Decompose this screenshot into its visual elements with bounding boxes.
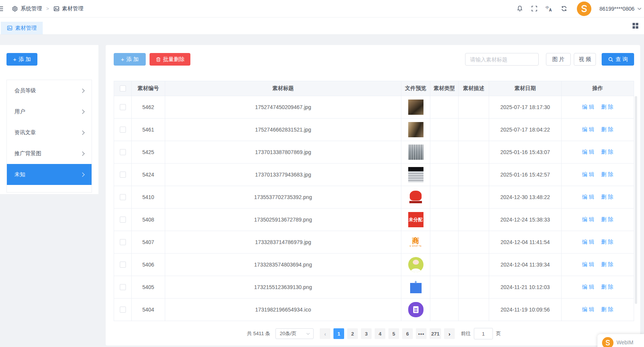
edit-link[interactable]: 编 辑 — [582, 171, 594, 178]
preview-thumbnail[interactable] — [408, 190, 423, 205]
row-checkbox[interactable] — [120, 284, 126, 290]
preview-thumbnail[interactable] — [408, 167, 423, 182]
delete-link[interactable]: 删 除 — [601, 216, 613, 223]
edit-link[interactable]: 编 辑 — [582, 126, 594, 133]
edit-link[interactable]: 编 辑 — [582, 284, 594, 291]
cell-checkbox — [114, 276, 132, 299]
delete-link[interactable]: 删 除 — [601, 149, 613, 156]
preview-thumbnail[interactable]: 未分配 — [408, 212, 423, 227]
row-checkbox[interactable] — [120, 194, 126, 200]
cell-material-title: 1752746662831521.jpg — [165, 119, 401, 141]
image-filter-button[interactable]: 图 片 — [546, 53, 571, 66]
sidebar-item-1[interactable]: 用户 — [7, 101, 92, 122]
edit-link[interactable]: 编 辑 — [582, 261, 594, 268]
image-filter-label: 图 片 — [552, 56, 565, 63]
user-menu[interactable]: 86199****0806 — [599, 6, 642, 12]
sidebar-collapse-icon[interactable] — [0, 5, 4, 13]
preview-thumbnail[interactable] — [408, 302, 423, 317]
fullscreen-icon[interactable] — [531, 5, 538, 12]
add-button[interactable]: + 添 加 — [114, 53, 146, 66]
breadcrumb-separator: > — [46, 6, 49, 11]
delete-link[interactable]: 删 除 — [601, 194, 613, 201]
row-checkbox[interactable] — [120, 172, 126, 178]
cell-material-desc — [459, 96, 489, 119]
pagination-page-1[interactable]: 1 — [333, 328, 344, 339]
breadcrumb-item-system[interactable]: 系统管理 — [21, 5, 42, 12]
cell-checkbox — [114, 299, 132, 321]
edit-link[interactable]: 编 辑 — [582, 306, 594, 313]
delete-link[interactable]: 删 除 — [601, 306, 613, 313]
pagination-page-271[interactable]: 271 — [430, 328, 441, 339]
sidebar-add-button[interactable]: + 添 加 — [6, 53, 37, 66]
row-checkbox[interactable] — [120, 217, 126, 223]
tab-options-grid-icon[interactable] — [633, 23, 638, 29]
edit-link[interactable]: 编 辑 — [582, 104, 594, 111]
pagination-more[interactable]: ••• — [416, 328, 427, 339]
breadcrumb-item-material[interactable]: 素材管理 — [62, 5, 84, 12]
preview-thumbnail[interactable]: 商E SHOP TE — [408, 235, 423, 250]
delete-link[interactable]: 删 除 — [601, 126, 613, 133]
table-row: 54241737013377943683.jpg2025-01-16 15:42… — [114, 164, 634, 186]
delete-link[interactable]: 删 除 — [601, 171, 613, 178]
pagination-prev[interactable]: ‹ — [320, 328, 330, 339]
edit-link[interactable]: 编 辑 — [582, 194, 594, 201]
sidebar-item-label: 推广背景图 — [14, 150, 41, 157]
notification-bell-icon[interactable] — [517, 5, 523, 12]
tab-material-management[interactable]: 素材管理 — [1, 22, 43, 34]
cell-material-type — [430, 186, 459, 209]
page-size-select[interactable]: 20条/页 — [275, 328, 314, 339]
pagination-page-3[interactable]: 3 — [361, 328, 372, 339]
refresh-icon[interactable] — [561, 5, 567, 12]
delete-link[interactable]: 删 除 — [601, 261, 613, 268]
toolbar: + 添 加 批量删除 图 片 视 频 查 询 — [114, 53, 634, 66]
row-checkbox[interactable] — [120, 262, 126, 268]
cell-actions: 编 辑删 除 — [562, 209, 634, 231]
preview-thumbnail[interactable] — [408, 280, 423, 295]
cell-file-preview — [401, 186, 430, 209]
table-row: 54251737013387807869.jpg2025-01-16 15:43… — [114, 141, 634, 164]
cell-checkbox — [114, 119, 132, 141]
chevron-right-icon — [80, 151, 84, 156]
edit-link[interactable]: 编 辑 — [582, 149, 594, 156]
sidebar-item-3[interactable]: 推广背景图 — [7, 143, 92, 164]
edit-link[interactable]: 编 辑 — [582, 239, 594, 246]
video-filter-button[interactable]: 视 频 — [574, 53, 596, 66]
delete-link[interactable]: 删 除 — [601, 104, 613, 111]
cell-material-type — [430, 209, 459, 231]
cell-checkbox — [114, 141, 132, 164]
delete-link[interactable]: 删 除 — [601, 239, 613, 246]
pagination-page-6[interactable]: 6 — [402, 328, 413, 339]
delete-link[interactable]: 删 除 — [601, 284, 613, 291]
sidebar-item-4[interactable]: 未知 — [7, 164, 92, 185]
preview-thumbnail[interactable] — [408, 145, 423, 160]
sidebar-item-0[interactable]: 会员等级 — [7, 80, 92, 101]
row-checkbox[interactable] — [120, 149, 126, 155]
row-checkbox[interactable] — [120, 239, 126, 245]
language-switch-icon[interactable]: 中A — [546, 5, 553, 12]
webim-widget[interactable]: WebIM — [597, 334, 644, 347]
preview-thumbnail[interactable] — [408, 100, 423, 115]
sidebar: + 添 加 会员等级用户资讯文章推广背景图未知 — [0, 45, 98, 194]
table-row: 54611752746662831521.jpg2025-07-17 18:04… — [114, 119, 634, 141]
preview-thumbnail[interactable] — [408, 257, 423, 272]
sidebar-item-2[interactable]: 资讯文章 — [7, 122, 92, 143]
pagination-page-2[interactable]: 2 — [347, 328, 358, 339]
row-checkbox[interactable] — [120, 127, 126, 133]
row-checkbox[interactable] — [120, 104, 126, 110]
pagination-page-5[interactable]: 5 — [388, 328, 399, 339]
pagination-page-4[interactable]: 4 — [375, 328, 385, 339]
cell-material-desc — [459, 186, 489, 209]
goto-page-input[interactable] — [474, 328, 493, 339]
table-scrollbar-thumb[interactable] — [635, 96, 637, 304]
user-avatar[interactable] — [577, 2, 591, 16]
search-input[interactable] — [465, 53, 539, 66]
query-button[interactable]: 查 询 — [602, 53, 634, 66]
select-all-checkbox[interactable] — [120, 85, 126, 92]
col-material-title: 素材标题 — [165, 81, 401, 96]
pagination-next[interactable]: › — [444, 328, 455, 339]
row-checkbox[interactable] — [120, 307, 126, 313]
batch-delete-button[interactable]: 批量删除 — [150, 53, 190, 66]
preview-thumbnail[interactable] — [408, 122, 423, 137]
col-actions: 操作 — [562, 81, 634, 96]
edit-link[interactable]: 编 辑 — [582, 216, 594, 223]
